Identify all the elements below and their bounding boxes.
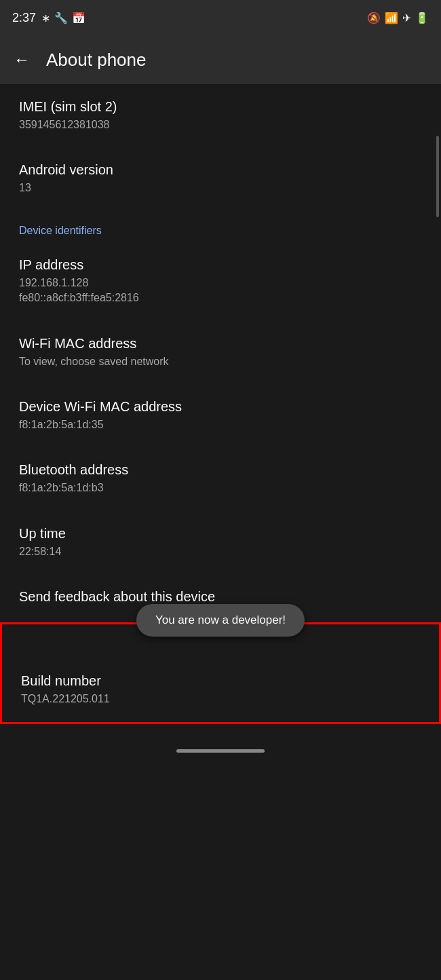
imei-sim2-title: IMEI (sim slot 2) <box>19 99 422 115</box>
bluetooth-address-title: Bluetooth address <box>19 462 422 478</box>
top-bar: ← About phone <box>0 35 441 84</box>
android-version-title: Android version <box>19 162 422 178</box>
uptime-item: Up time 22:58:14 <box>0 511 441 574</box>
build-number-item[interactable]: Build number TQ1A.221205.011 <box>2 658 439 721</box>
wifi-icon: 📶 <box>385 12 398 24</box>
imei-sim2-item: IMEI (sim slot 2) 359145612381038 <box>0 84 441 147</box>
wifi-mac-value: To view, choose saved network <box>19 354 422 369</box>
send-feedback-title: Send feedback about this device <box>19 589 422 605</box>
build-number-title: Build number <box>21 673 420 689</box>
battery-icon: 🔋 <box>415 12 429 24</box>
highlighted-build-section: You are now a developer! Build number TQ… <box>0 622 441 723</box>
content: IMEI (sim slot 2) 359145612381038 Androi… <box>0 84 441 724</box>
android-version-value: 13 <box>19 181 422 195</box>
bluetooth-icon: ∗ <box>41 12 50 24</box>
uptime-title: Up time <box>19 526 422 542</box>
status-left: 2:37 ∗ 🔧 📅 <box>12 11 85 25</box>
scrollbar[interactable] <box>436 136 439 217</box>
build-number-value: TQ1A.221205.011 <box>21 692 420 706</box>
bluetooth-address-value: f8:1a:2b:5a:1d:b3 <box>19 480 422 495</box>
developer-toast: You are now a developer! <box>136 604 305 637</box>
imei-sim2-value: 359145612381038 <box>19 117 422 132</box>
status-time: 2:37 <box>12 11 36 25</box>
ip-address-title: IP address <box>19 257 422 273</box>
calendar-icon: 📅 <box>72 12 85 24</box>
nav-pill <box>176 749 265 753</box>
device-wifi-mac-value: f8:1a:2b:5a:1d:35 <box>19 417 422 432</box>
ip-address-item: IP address 192.168.1.128fe80::a8cf:b3ff:… <box>0 242 441 321</box>
page-title: About phone <box>46 50 146 71</box>
bluetooth-address-item: Bluetooth address f8:1a:2b:5a:1d:b3 <box>0 447 441 510</box>
status-bar: 2:37 ∗ 🔧 📅 🔕 📶 ✈ 🔋 <box>0 0 441 35</box>
device-identifiers-header: Device identifiers <box>0 211 441 242</box>
back-button[interactable]: ← <box>14 50 30 69</box>
status-icons-right: 🔕 📶 ✈ 🔋 <box>367 12 429 24</box>
device-wifi-mac-item: Device Wi-Fi MAC address f8:1a:2b:5a:1d:… <box>0 384 441 447</box>
nav-bar <box>0 738 441 765</box>
status-icons-left: ∗ 🔧 📅 <box>41 12 85 24</box>
airplane-icon: ✈ <box>402 12 411 24</box>
ip-address-value: 192.168.1.128fe80::a8cf:b3ff:fea5:2816 <box>19 276 422 306</box>
android-version-item: Android version 13 <box>0 147 441 210</box>
wifi-mac-item: Wi-Fi MAC address To view, choose saved … <box>0 321 441 384</box>
device-wifi-mac-title: Device Wi-Fi MAC address <box>19 399 422 415</box>
uptime-value: 22:58:14 <box>19 544 422 559</box>
mute-icon: 🔕 <box>367 12 381 24</box>
wifi-mac-title: Wi-Fi MAC address <box>19 336 422 352</box>
wrench-icon: 🔧 <box>54 12 68 24</box>
